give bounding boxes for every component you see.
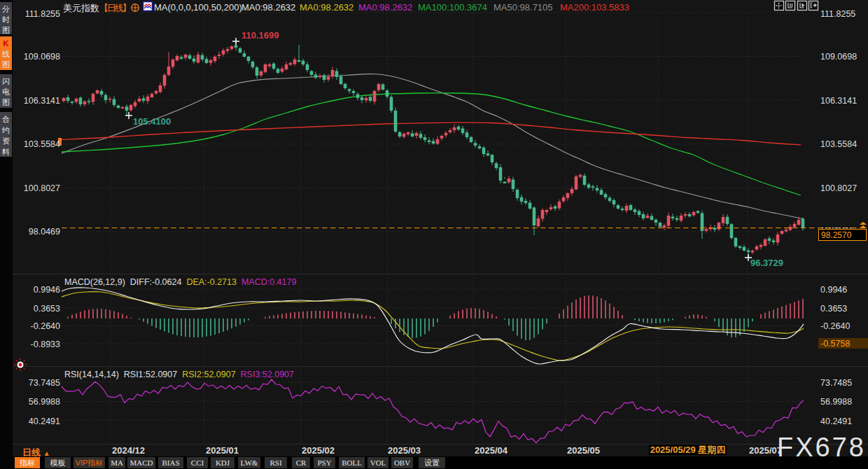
svg-text:-0.2640: -0.2640: [820, 321, 850, 331]
svg-text:106.3141: 106.3141: [820, 96, 857, 106]
svg-text:109.0698: 109.0698: [820, 52, 857, 62]
svg-text:0.3653: 0.3653: [34, 304, 60, 314]
svg-text:73.7485: 73.7485: [29, 378, 60, 388]
svg-text:111.8255: 111.8255: [820, 9, 855, 19]
svg-text:73.7485: 73.7485: [820, 378, 852, 388]
svg-text:-0.8933: -0.8933: [31, 340, 60, 349]
svg-text:56.9988: 56.9988: [820, 397, 852, 407]
svg-text:-0.2640: -0.2640: [31, 321, 60, 331]
svg-text:40.2491: 40.2491: [820, 416, 852, 426]
svg-text:103.5584: 103.5584: [24, 139, 60, 149]
svg-text:-0.5758: -0.5758: [820, 339, 850, 349]
svg-text:106.3141: 106.3141: [24, 96, 60, 106]
svg-text:110.1699: 110.1699: [241, 30, 279, 41]
svg-text:96.3729: 96.3729: [750, 258, 783, 268]
svg-text:0.9946: 0.9946: [34, 285, 60, 295]
svg-text:98.2570: 98.2570: [821, 230, 852, 240]
svg-text:40.2491: 40.2491: [29, 416, 60, 426]
svg-text:100.8027: 100.8027: [820, 183, 857, 193]
svg-text:103.5584: 103.5584: [820, 139, 857, 149]
svg-text:0.3653: 0.3653: [820, 304, 847, 314]
svg-text:111.8255: 111.8255: [25, 9, 60, 19]
svg-text:109.0698: 109.0698: [24, 52, 60, 62]
svg-text:105.4100: 105.4100: [133, 116, 171, 127]
svg-text:100.8027: 100.8027: [24, 183, 60, 193]
svg-text:56.9988: 56.9988: [29, 397, 60, 407]
svg-text:0.9946: 0.9946: [820, 285, 847, 295]
svg-text:98.0469: 98.0469: [29, 227, 60, 237]
